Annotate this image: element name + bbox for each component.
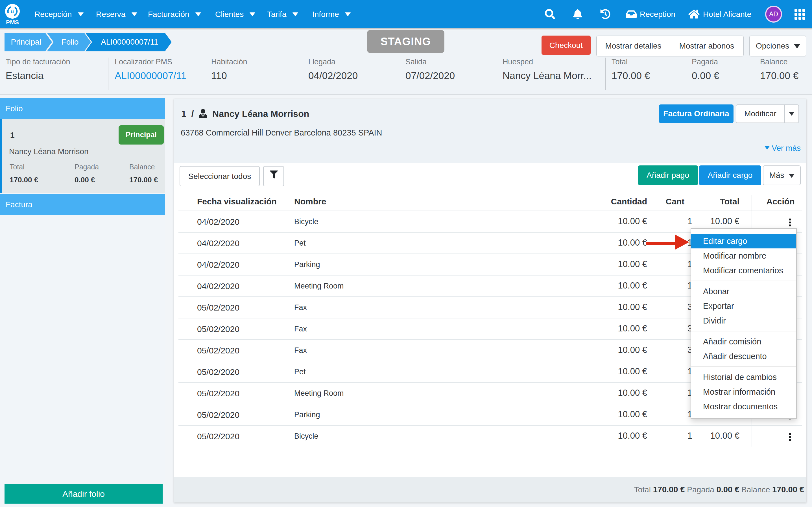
svg-text:u: u (10, 8, 14, 14)
